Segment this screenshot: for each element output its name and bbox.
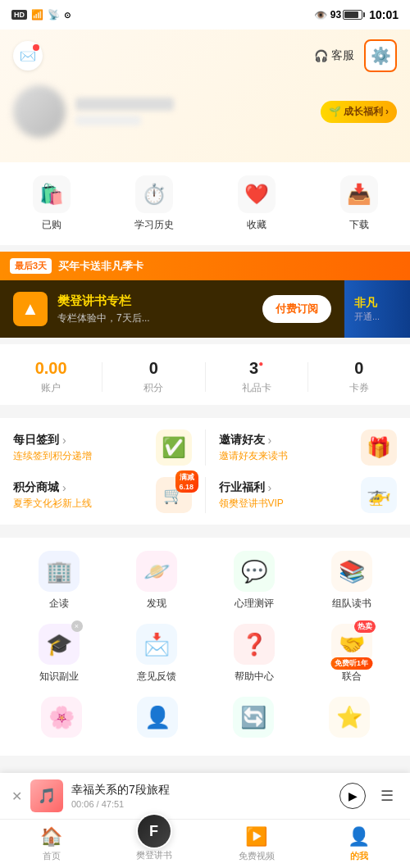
sub-info: 樊登讲书专栏 专栏体验中，7天后... bbox=[57, 293, 253, 325]
invite-icon: 🎁 bbox=[361, 429, 397, 466]
status-left: HD 📶 📡 ⊙ bbox=[11, 9, 71, 20]
checkin-feature[interactable]: 每日签到 › 连续签到积分递增 ✅ bbox=[13, 429, 192, 466]
stat-account[interactable]: 0.00 账户 bbox=[0, 359, 102, 395]
player-bar: ✕ 🎵 幸福关系的7段旅程 00:06 / 47:51 ▶ ☰ bbox=[0, 773, 410, 819]
partner-icon: 🤝 热卖 免费听1年 bbox=[331, 624, 372, 665]
header-section: ✉️ 🎧 客服 ⚙️ 🌱 成长福利 › bbox=[0, 30, 410, 162]
status-right: 👁️ 93 10:01 bbox=[314, 8, 399, 21]
flower-icon: 🌸 bbox=[41, 697, 82, 738]
avatar[interactable] bbox=[13, 85, 66, 138]
service-extra2[interactable]: 👤 bbox=[137, 697, 178, 743]
invite-feature[interactable]: 邀请好友 › 邀请好友来读书 🎁 bbox=[219, 429, 398, 466]
bottom-nav: 🏠 首页 F 樊登讲书 ▶️ 免费视频 👤 的我 bbox=[0, 819, 410, 868]
time-display: 10:01 bbox=[369, 8, 399, 21]
promo-tag: 最后3天 bbox=[10, 258, 52, 274]
play-button[interactable]: ▶ bbox=[339, 783, 366, 809]
sub-card-icon: ▲ bbox=[13, 292, 48, 326]
subscription-card: ▲ 樊登讲书专栏 专栏体验中，7天后... 付费订阅 非凡 开通... bbox=[0, 280, 410, 338]
shop-feature[interactable]: 积分商城 › 夏季文化衫新上线 🛒 满减6.18 bbox=[13, 477, 192, 513]
sub-card-main: ▲ 樊登讲书专栏 专栏体验中，7天后... 付费订阅 bbox=[0, 280, 344, 338]
service-row-extra: 🌸 👤 🔄 ⭐ bbox=[13, 697, 397, 743]
service-extra4[interactable]: ⭐ bbox=[329, 697, 370, 743]
headset-icon: 🎧 bbox=[314, 49, 328, 62]
player-controls: ▶ ☰ bbox=[339, 783, 399, 809]
growth-benefit-button[interactable]: 🌱 成长福利 › bbox=[321, 101, 397, 123]
stats-row: 0.00 账户 0 积分 3● 礼品卡 0 卡券 bbox=[0, 344, 410, 405]
stat-giftcard[interactable]: 3● 礼品卡 bbox=[206, 359, 308, 395]
nav-favorites[interactable]: ❤️ 收藏 bbox=[205, 175, 308, 232]
fei-card[interactable]: 非凡 开通... bbox=[344, 280, 410, 338]
tab-video[interactable]: ▶️ 免费视频 bbox=[205, 820, 308, 868]
eye-icon: 👁️ bbox=[314, 9, 327, 21]
customer-service-button[interactable]: 🎧 客服 bbox=[314, 48, 354, 63]
service-grid-inner: 🏢 企读 🪐 发现 💬 心理测评 📚 组队读书 🎓 × 知识副业 📩 bbox=[13, 551, 397, 684]
settings-icon: ⚙️ bbox=[371, 46, 391, 66]
favorites-icon: ❤️ bbox=[238, 175, 276, 213]
promo-section: 最后3天 买年卡送非凡季卡 ▲ 樊登讲书专栏 专栏体验中，7天后... 付费订阅… bbox=[0, 252, 410, 338]
service-partner[interactable]: 🤝 热卖 免费听1年 联合 bbox=[306, 624, 397, 684]
promo-text: 买年卡送非凡季卡 bbox=[58, 259, 400, 274]
service-knowledge[interactable]: 🎓 × 知识副业 bbox=[13, 624, 104, 684]
feature-row-top: 每日签到 › 连续签到积分递增 ✅ 邀请好友 › 邀请好友来读书 🎁 bbox=[13, 429, 397, 466]
history-icon: ⏱️ bbox=[135, 175, 173, 213]
tab-mine-label: 的我 bbox=[350, 850, 368, 862]
username bbox=[75, 98, 174, 111]
service-extra3[interactable]: 🔄 bbox=[233, 697, 274, 743]
nav-purchased[interactable]: 🛍️ 已购 bbox=[0, 175, 102, 232]
service-teamread[interactable]: 📚 组队读书 bbox=[306, 551, 397, 611]
enterprise-icon: 🏢 bbox=[39, 551, 80, 592]
knowledge-icon: 🎓 × bbox=[39, 624, 80, 665]
service-discover[interactable]: 🪐 发现 bbox=[111, 551, 202, 611]
promo-banner[interactable]: 最后3天 买年卡送非凡季卡 bbox=[0, 252, 410, 280]
player-info: 幸福关系的7段旅程 00:06 / 47:51 bbox=[71, 783, 331, 809]
welfare-feature[interactable]: 行业福利 › 领樊登讲书VIP 🚁 bbox=[219, 477, 398, 513]
home-icon: 🏠 bbox=[40, 826, 62, 848]
sprout-icon: 🌱 bbox=[329, 106, 341, 117]
stat-coupon[interactable]: 0 卡券 bbox=[308, 359, 410, 395]
player-title: 幸福关系的7段旅程 bbox=[71, 783, 331, 798]
purchased-icon: 🛍️ bbox=[33, 175, 71, 213]
quick-nav: 🛍️ 已购 ⏱️ 学习历史 ❤️ 收藏 📥 下载 bbox=[0, 162, 410, 245]
signal-icon: 📶 bbox=[31, 9, 43, 20]
welfare-icon: 🚁 bbox=[361, 477, 397, 513]
free-badge: 免费听1年 bbox=[330, 657, 372, 670]
wifi-icon: 📡 bbox=[48, 9, 60, 20]
service-help[interactable]: ❓ 帮助中心 bbox=[208, 624, 299, 684]
nav-history[interactable]: ⏱️ 学习历史 bbox=[102, 175, 205, 232]
tab-home-label: 首页 bbox=[43, 850, 61, 862]
playlist-button[interactable]: ☰ bbox=[376, 784, 399, 807]
checkin-icon: ✅ bbox=[156, 429, 192, 466]
tab-video-label: 免费视频 bbox=[239, 850, 275, 862]
service-grid: 🏢 企读 🪐 发现 💬 心理测评 📚 组队读书 🎓 × 知识副业 📩 bbox=[0, 538, 410, 756]
stat-points[interactable]: 0 积分 bbox=[102, 359, 204, 395]
video-icon: ▶️ bbox=[245, 826, 267, 848]
feature-cards: 每日签到 › 连续签到积分递增 ✅ 邀请好友 › 邀请好友来读书 🎁 积分商城 … bbox=[0, 418, 410, 525]
psych-icon: 💬 bbox=[234, 551, 275, 592]
player-close-button[interactable]: ✕ bbox=[11, 788, 22, 804]
profile-section: 🌱 成长福利 › bbox=[13, 85, 397, 138]
service-psych[interactable]: 💬 心理测评 bbox=[208, 551, 299, 611]
fandeng-f-icon: F bbox=[138, 815, 171, 848]
profile-info bbox=[75, 98, 311, 125]
feature-row-bottom: 积分商城 › 夏季文化衫新上线 🛒 满减6.18 行业福利 › 领樊登讲书VIP… bbox=[13, 477, 397, 513]
hot-badge: 热卖 bbox=[354, 620, 376, 633]
player-thumbnail: 🎵 bbox=[30, 779, 63, 812]
tab-home[interactable]: 🏠 首页 bbox=[0, 820, 102, 868]
teamread-icon: 📚 bbox=[331, 551, 372, 592]
message-button[interactable]: ✉️ bbox=[13, 41, 43, 70]
star-icon: ⭐ bbox=[329, 697, 370, 738]
person-card-icon: 👤 bbox=[137, 697, 178, 738]
subscribe-button[interactable]: 付费订阅 bbox=[262, 295, 331, 323]
help-icon: ❓ bbox=[234, 624, 275, 665]
refresh-icon: 🔄 bbox=[233, 697, 274, 738]
fandeng-special-bg: F bbox=[136, 813, 172, 849]
tab-mine[interactable]: 👤 的我 bbox=[308, 820, 410, 868]
notification-dot bbox=[33, 44, 39, 51]
service-extra1[interactable]: 🌸 bbox=[41, 697, 82, 743]
shop-icon: 🛒 满减6.18 bbox=[156, 477, 192, 513]
tab-fandeng[interactable]: F 樊登讲书 bbox=[102, 820, 205, 868]
service-feedback[interactable]: 📩 意见反馈 bbox=[111, 624, 202, 684]
nav-download[interactable]: 📥 下载 bbox=[308, 175, 410, 232]
settings-button[interactable]: ⚙️ bbox=[364, 39, 397, 72]
service-enterprise[interactable]: 🏢 企读 bbox=[13, 551, 104, 611]
